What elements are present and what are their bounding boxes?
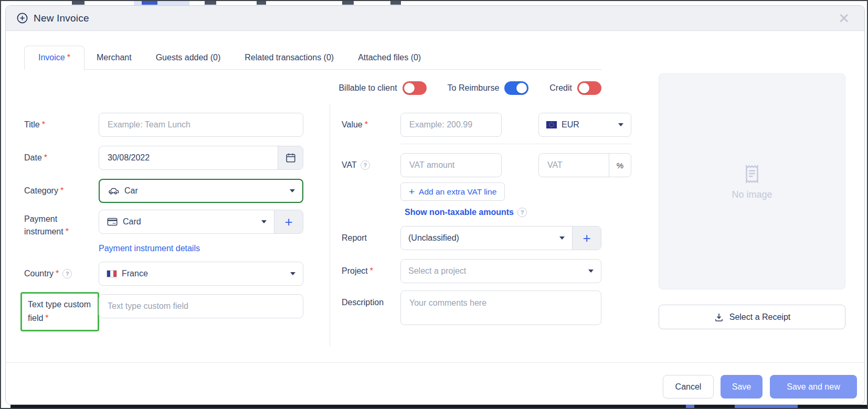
payment-instrument-value: Card: [123, 217, 141, 227]
value-label: Value*: [342, 113, 368, 137]
modal-header: New Invoice ✕: [6, 6, 864, 31]
add-report-button[interactable]: +: [572, 227, 601, 250]
billable-to-client-group: Billable to client: [338, 81, 426, 95]
date-field: [99, 146, 303, 170]
country-value: France: [122, 269, 148, 278]
toggle-knob: [516, 83, 527, 93]
modal-title: New Invoice: [34, 13, 89, 24]
percent-suffix: %: [609, 154, 631, 177]
billable-to-client-toggle[interactable]: [403, 81, 427, 95]
chevron-down-icon: [261, 220, 267, 223]
cancel-button[interactable]: Cancel: [663, 375, 714, 399]
toggle-knob: [579, 83, 589, 93]
vat-rate-field: %: [538, 153, 631, 177]
plus-icon: +: [409, 186, 415, 198]
vat-amount-input[interactable]: [401, 154, 501, 177]
column-divider: [330, 104, 330, 346]
category-value: Car: [124, 186, 138, 196]
background-icon-fragment: [72, 1, 84, 5]
value-input[interactable]: [401, 113, 501, 136]
background-icon-fragment: [205, 1, 216, 5]
calendar-icon: [285, 152, 297, 164]
custom-field-label-highlight: Text type custom field*: [20, 292, 99, 331]
add-extra-vat-line-button[interactable]: + Add an extra VAT line: [400, 182, 505, 201]
custom-field-input[interactable]: [99, 295, 303, 318]
currency-select[interactable]: EUR: [538, 113, 631, 137]
footer-divider: [6, 362, 864, 363]
download-icon: [714, 312, 724, 322]
tab-guests-added[interactable]: Guests added (0): [144, 46, 233, 69]
france-flag-icon: [107, 270, 117, 277]
category-select[interactable]: Car: [99, 179, 303, 203]
country-select[interactable]: France: [99, 262, 303, 286]
chevron-down-icon: [290, 189, 295, 192]
new-invoice-modal: New Invoice ✕ Invoice* Merchant Guests a…: [5, 5, 865, 405]
credit-toggle[interactable]: [577, 81, 601, 95]
background-icon-fragment: [257, 1, 266, 5]
to-reimburse-group: To Reimburse: [448, 81, 529, 95]
close-icon[interactable]: ✕: [835, 11, 853, 26]
vat-help-icon[interactable]: ?: [361, 160, 370, 170]
tab-attached-files[interactable]: Attached files (0): [346, 46, 433, 69]
chevron-down-icon: [618, 123, 623, 126]
vat-rate-input[interactable]: [539, 154, 609, 177]
country-label: Country* ?: [24, 262, 72, 286]
date-input[interactable]: [99, 146, 278, 169]
value-row-divider: [400, 144, 631, 144]
chevron-down-icon: [588, 270, 594, 273]
description-label: Description: [342, 290, 384, 315]
project-select[interactable]: Select a project: [400, 259, 601, 283]
eu-flag-icon: [546, 121, 557, 128]
payment-instrument-select[interactable]: Card: [99, 210, 274, 233]
date-picker-button[interactable]: [278, 146, 303, 169]
non-taxable-help-icon[interactable]: ?: [517, 208, 527, 217]
toggle-row: Billable to client To Reimburse Credit: [6, 81, 601, 95]
currency-value: EUR: [562, 120, 579, 130]
to-reimburse-toggle[interactable]: [504, 81, 528, 95]
required-marker: *: [67, 53, 70, 62]
screenshot-root: New Invoice ✕ Invoice* Merchant Guests a…: [0, 0, 868, 409]
value-field: [400, 113, 502, 137]
payment-instrument-field: Card +: [99, 210, 303, 234]
car-icon: [107, 185, 120, 197]
report-field: (Unclassified) +: [400, 226, 601, 250]
tab-merchant[interactable]: Merchant: [84, 46, 144, 69]
description-field: [400, 290, 601, 325]
background-bottom-fragment: [686, 405, 694, 409]
select-receipt-button[interactable]: Select a Receipt: [659, 305, 845, 329]
save-and-new-button[interactable]: Save and new: [770, 375, 857, 399]
custom-field: [99, 294, 303, 318]
tab-bar: Invoice* Merchant Guests added (0) Relat…: [24, 46, 601, 70]
credit-card-icon: [107, 216, 118, 228]
tab-invoice[interactable]: Invoice*: [24, 46, 84, 70]
vat-amount-field: [400, 153, 502, 177]
report-select[interactable]: (Unclassified): [401, 227, 572, 250]
show-non-taxable-link[interactable]: Show non-taxable amounts ?: [405, 208, 527, 217]
background-icon-fragment: [390, 1, 401, 5]
description-textarea[interactable]: [401, 291, 601, 325]
background-icon-fragment: [142, 1, 157, 5]
title-input[interactable]: [99, 113, 303, 136]
date-label: Date*: [24, 146, 47, 170]
chevron-down-icon: [290, 272, 295, 275]
title-label: Title*: [24, 113, 45, 137]
title-field: [99, 113, 303, 137]
project-label: Project*: [342, 259, 373, 283]
background-icon-fragment: [342, 1, 354, 5]
report-value: (Unclassified): [408, 233, 459, 243]
payment-instrument-details-link[interactable]: Payment instrument details: [99, 244, 200, 253]
category-label: Category*: [24, 179, 63, 203]
report-label: Report: [342, 226, 367, 250]
vat-label: VAT ?: [342, 153, 370, 177]
add-payment-instrument-button[interactable]: +: [274, 210, 303, 233]
save-button[interactable]: Save: [721, 375, 763, 399]
background-bottom-fragment: [735, 405, 798, 409]
receipt-icon: [741, 163, 763, 185]
tab-related-transactions[interactable]: Related transactions (0): [232, 46, 346, 69]
payment-instrument-label: Payment instrument*: [24, 210, 90, 241]
chevron-down-icon: [559, 236, 565, 240]
country-help-icon[interactable]: ?: [62, 269, 72, 278]
receipt-preview-panel: No image: [659, 73, 845, 289]
toggle-knob: [404, 83, 415, 93]
project-placeholder: Select a project: [408, 266, 466, 276]
